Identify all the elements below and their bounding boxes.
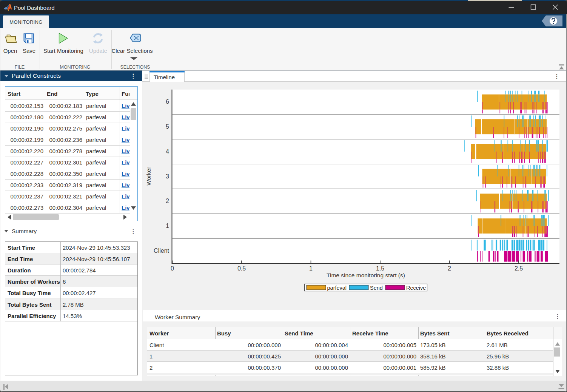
svg-text:2: 2 <box>166 198 169 204</box>
svg-text:0.5: 0.5 <box>237 265 246 272</box>
svg-text:Send: Send <box>370 285 383 291</box>
svg-text:2.5: 2.5 <box>515 265 523 272</box>
svg-text:parfeval: parfeval <box>327 285 347 291</box>
svg-text:Worker: Worker <box>145 167 152 186</box>
svg-text:3: 3 <box>166 173 169 180</box>
svg-text:0: 0 <box>171 265 174 272</box>
svg-text:1: 1 <box>166 223 169 229</box>
svg-text:1.5: 1.5 <box>376 265 384 272</box>
svg-text:6: 6 <box>166 98 169 105</box>
svg-text:2: 2 <box>448 265 451 272</box>
svg-text:5: 5 <box>166 123 169 130</box>
svg-text:1: 1 <box>309 265 313 272</box>
svg-text:4: 4 <box>166 148 169 155</box>
svg-text:Time since monitoring start (s: Time since monitoring start (s) <box>327 272 405 278</box>
svg-text:Client: Client <box>154 247 169 254</box>
svg-text:Receive: Receive <box>406 285 426 291</box>
